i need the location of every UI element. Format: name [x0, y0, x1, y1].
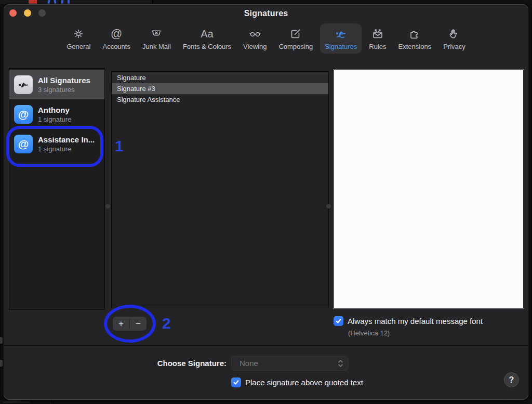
accounts-sidebar: All Signatures 3 signatures @ Anthony 1 …	[9, 68, 105, 310]
rules-envelope-icon	[371, 27, 384, 41]
chevron-up-down-icon	[338, 359, 343, 370]
at-icon: @	[111, 27, 122, 41]
tab-privacy[interactable]: Privacy	[438, 23, 470, 54]
tab-label: Fonts & Colours	[183, 43, 231, 50]
signature-avatar-icon	[14, 75, 33, 94]
match-font-detail: (Helvetica 12)	[348, 329, 390, 337]
tab-viewing[interactable]: Viewing	[238, 23, 271, 54]
tab-composing[interactable]: Composing	[274, 23, 317, 54]
choose-signature-label: Choose Signature:	[4, 359, 227, 368]
background-red-icon	[29, 0, 37, 4]
match-font-label: Always match my default message font	[348, 317, 483, 325]
section-divider	[4, 345, 528, 346]
background-text-blur	[3, 401, 30, 403]
tab-extensions[interactable]: Extensions	[394, 23, 436, 54]
annotation-number-2: 2	[162, 315, 171, 332]
tab-label: Viewing	[243, 43, 267, 50]
tab-label: Rules	[369, 43, 386, 50]
compose-icon	[289, 27, 302, 41]
tab-general[interactable]: General	[62, 23, 95, 54]
signature-list-item[interactable]: Signature Assistance	[112, 94, 328, 105]
tab-accounts[interactable]: @ Accounts	[98, 23, 135, 54]
signatures-list: Signature Signature #3 Signature Assista…	[111, 71, 329, 307]
tab-label: Accounts	[102, 43, 130, 50]
puzzle-icon	[408, 27, 421, 41]
hand-icon	[448, 27, 460, 41]
tab-label: Junk Mail	[142, 43, 171, 50]
sidebar-item-anthony[interactable]: @ Anthony 1 signature	[9, 99, 104, 129]
background-blue-scribble	[47, 0, 50, 4]
background-divider	[50, 400, 50, 404]
account-name: All Signatures	[38, 76, 90, 85]
annotation-circle-step1	[6, 126, 103, 167]
tab-label: General	[66, 43, 90, 50]
background-edge-fragment	[0, 360, 3, 367]
junk-bin-icon	[150, 27, 163, 41]
background-window-area	[153, 0, 532, 4]
window-title: Signatures	[4, 9, 528, 18]
tab-label: Signatures	[325, 43, 357, 50]
account-signature-count: 3 signatures	[38, 86, 90, 94]
preferences-toolbar: General @ Accounts Junk Mail Aa Fonts & …	[4, 23, 528, 56]
tab-fonts-colours[interactable]: Aa Fonts & Colours	[178, 23, 236, 54]
signature-preview-editor[interactable]	[334, 70, 524, 308]
signature-list-item-selected[interactable]: Signature #3	[112, 83, 328, 94]
splitter-handle[interactable]	[105, 204, 110, 208]
place-above-label: Place signature above quoted text	[245, 378, 363, 387]
help-button[interactable]: ?	[504, 372, 519, 387]
glasses-icon	[248, 27, 262, 41]
background-blue-scribble	[68, 0, 70, 4]
tab-junk-mail[interactable]: Junk Mail	[138, 23, 176, 54]
at-avatar-icon: @	[14, 105, 33, 124]
annotation-number-1: 1	[115, 137, 124, 155]
background-blue-scribble	[61, 0, 64, 4]
account-name: Anthony	[38, 106, 71, 114]
background-window-bottom-sliver	[0, 400, 532, 404]
signature-list-item[interactable]: Signature	[112, 72, 328, 83]
tab-label: Composing	[278, 43, 313, 50]
annotation-circle-step2	[104, 305, 156, 343]
fonts-icon: Aa	[201, 27, 213, 41]
background-window-top-sliver	[0, 0, 532, 4]
tab-rules[interactable]: Rules	[364, 23, 391, 54]
signature-icon	[334, 27, 348, 41]
mail-preferences-window: Signatures General @ Accounts Junk Mail …	[4, 4, 528, 400]
tab-signatures[interactable]: Signatures	[320, 23, 362, 54]
gear-icon	[72, 27, 85, 41]
tab-label: Privacy	[443, 43, 466, 50]
splitter-handle[interactable]	[326, 204, 331, 208]
background-edge-fragment	[0, 337, 3, 344]
choose-signature-dropdown[interactable]: None	[231, 356, 349, 371]
sidebar-item-all-signatures[interactable]: All Signatures 3 signatures	[9, 70, 104, 99]
tab-label: Extensions	[398, 43, 432, 50]
dropdown-value: None	[240, 356, 258, 370]
background-blue-scribble	[54, 0, 56, 4]
account-signature-count: 1 signature	[38, 115, 71, 123]
place-above-checkbox[interactable]	[231, 377, 241, 387]
match-font-checkbox[interactable]	[334, 316, 343, 326]
